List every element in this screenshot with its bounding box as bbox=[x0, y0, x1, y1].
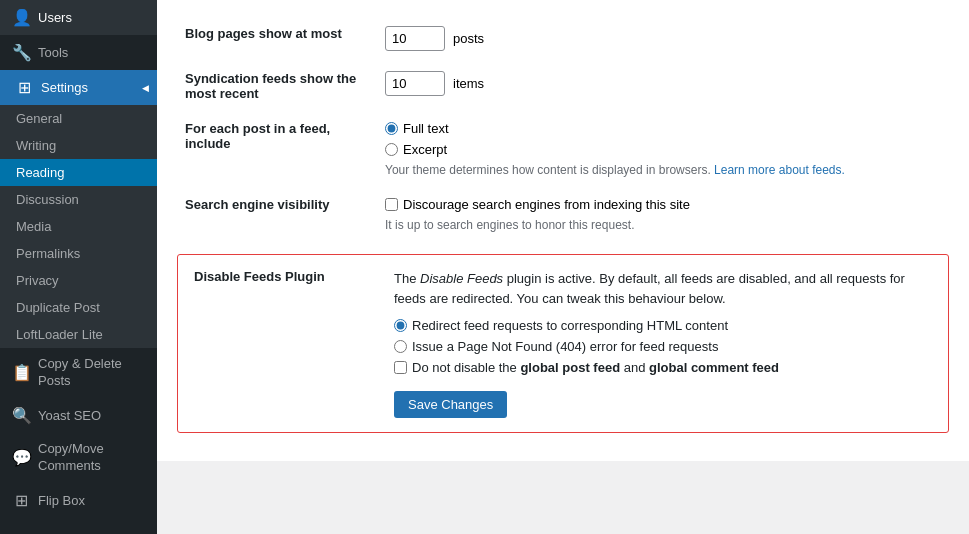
feed-excerpt-option[interactable]: Excerpt bbox=[385, 142, 941, 157]
plugin-do-not-disable-checkbox[interactable] bbox=[394, 361, 407, 374]
users-icon: 👤 bbox=[12, 8, 30, 27]
syndication-input[interactable] bbox=[385, 71, 445, 96]
plugin-section-content: The Disable Feeds plugin is active. By d… bbox=[394, 269, 932, 418]
yoast-icon: 🔍 bbox=[12, 406, 30, 425]
flip-box-icon: ⊞ bbox=[12, 491, 30, 510]
sidebar-item-media[interactable]: Media bbox=[0, 213, 157, 240]
sidebar-item-copy-delete-posts[interactable]: 📋 Copy & Delete Posts bbox=[0, 348, 157, 398]
feed-full-text-option[interactable]: Full text bbox=[385, 121, 941, 136]
blog-pages-label: Blog pages show at most bbox=[185, 26, 342, 41]
settings-submenu: General Writing Reading Discussion Media… bbox=[0, 105, 157, 348]
settings-icon: ⊞ bbox=[15, 78, 33, 97]
sidebar-item-privacy[interactable]: Privacy bbox=[0, 267, 157, 294]
plugin-options: Redirect feed requests to corresponding … bbox=[394, 318, 932, 375]
sidebar-item-yoast-seo[interactable]: 🔍 Yoast SEO bbox=[0, 398, 157, 433]
sidebar-item-flip-box[interactable]: ⊞ Flip Box bbox=[0, 483, 157, 518]
feed-include-options: Full text Excerpt bbox=[385, 121, 941, 157]
sidebar-item-permalinks[interactable]: Permalinks bbox=[0, 240, 157, 267]
plugin-section-inner: Disable Feeds Plugin The Disable Feeds p… bbox=[194, 269, 932, 418]
search-visibility-row: Search engine visibility Discourage sear… bbox=[177, 187, 949, 242]
copy-delete-icon: 📋 bbox=[12, 363, 30, 382]
settings-table: Blog pages show at most posts Syndicatio… bbox=[177, 16, 949, 242]
sidebar-item-reading[interactable]: Reading bbox=[0, 159, 157, 186]
plugin-option-404[interactable]: Issue a Page Not Found (404) error for f… bbox=[394, 339, 932, 354]
blog-pages-field: posts bbox=[385, 26, 941, 51]
plugin-redirect-radio[interactable] bbox=[394, 319, 407, 332]
sidebar-item-discussion[interactable]: Discussion bbox=[0, 186, 157, 213]
sidebar-item-tools[interactable]: 🔧 Tools bbox=[0, 35, 157, 70]
disable-feeds-plugin-section: Disable Feeds Plugin The Disable Feeds p… bbox=[177, 254, 949, 433]
sidebar-item-copy-move-comments[interactable]: 💬 Copy/Move Comments bbox=[0, 433, 157, 483]
sidebar-item-general[interactable]: General bbox=[0, 105, 157, 132]
copy-move-icon: 💬 bbox=[12, 448, 30, 467]
feed-full-text-radio[interactable] bbox=[385, 122, 398, 135]
search-visibility-label: Search engine visibility bbox=[185, 197, 330, 212]
sidebar-item-users[interactable]: 👤 Users bbox=[0, 0, 157, 35]
feed-learn-more-link[interactable]: Learn more about feeds. bbox=[714, 163, 845, 177]
sidebar: 👤 Users 🔧 Tools ⊞ Settings General Writi… bbox=[0, 0, 157, 534]
settings-panel: Blog pages show at most posts Syndicatio… bbox=[157, 0, 969, 461]
feed-excerpt-radio[interactable] bbox=[385, 143, 398, 156]
sidebar-item-writing[interactable]: Writing bbox=[0, 132, 157, 159]
plugin-option-redirect[interactable]: Redirect feed requests to corresponding … bbox=[394, 318, 932, 333]
plugin-404-radio[interactable] bbox=[394, 340, 407, 353]
search-visibility-checkbox[interactable] bbox=[385, 198, 398, 211]
syndication-unit: items bbox=[453, 76, 484, 91]
search-visibility-option[interactable]: Discourage search engines from indexing … bbox=[385, 197, 941, 212]
blog-pages-unit: posts bbox=[453, 31, 484, 46]
sidebar-item-loftloader-lite[interactable]: LoftLoader Lite bbox=[0, 321, 157, 348]
blog-pages-row: Blog pages show at most posts bbox=[177, 16, 949, 61]
sidebar-item-duplicate-post[interactable]: Duplicate Post bbox=[0, 294, 157, 321]
plugin-option-do-not-disable[interactable]: Do not disable the global post feed and … bbox=[394, 360, 932, 375]
main-content: Blog pages show at most posts Syndicatio… bbox=[157, 0, 969, 534]
syndication-field: items bbox=[385, 71, 941, 96]
feed-include-label: For each post in a feed, include bbox=[185, 121, 330, 151]
feed-hint: Your theme determines how content is dis… bbox=[385, 163, 941, 177]
tools-icon: 🔧 bbox=[12, 43, 30, 62]
sidebar-item-settings[interactable]: ⊞ Settings bbox=[0, 70, 157, 105]
save-changes-button[interactable]: Save Changes bbox=[394, 391, 507, 418]
plugin-description: The Disable Feeds plugin is active. By d… bbox=[394, 269, 932, 308]
syndication-row: Syndication feeds show the most recent i… bbox=[177, 61, 949, 111]
blog-pages-input[interactable] bbox=[385, 26, 445, 51]
search-hint: It is up to search engines to honor this… bbox=[385, 218, 941, 232]
syndication-label: Syndication feeds show the most recent bbox=[185, 71, 356, 101]
feed-include-row: For each post in a feed, include Full te… bbox=[177, 111, 949, 187]
plugin-section-label: Disable Feeds Plugin bbox=[194, 269, 374, 418]
